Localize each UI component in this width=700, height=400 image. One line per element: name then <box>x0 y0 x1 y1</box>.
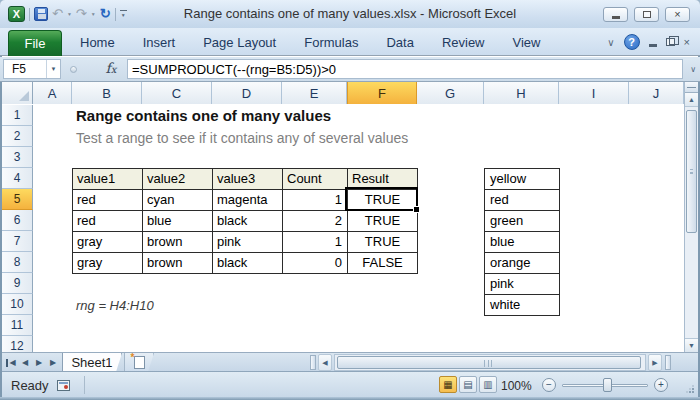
zoom-in-button[interactable]: + <box>654 378 668 392</box>
row-header-3[interactable]: 3 <box>2 147 33 168</box>
column-header-a[interactable]: A <box>33 82 72 104</box>
table-header-value1[interactable]: value1 <box>73 169 143 190</box>
resize-grip[interactable] <box>685 384 694 393</box>
row-header-9[interactable]: 9 <box>2 273 33 294</box>
table-cell[interactable]: cyan <box>143 190 213 211</box>
row-header-6[interactable]: 6 <box>2 210 33 231</box>
worksheet-title-cell[interactable]: Range contains one of many values <box>76 106 331 126</box>
table-cell[interactable]: gray <box>73 232 143 253</box>
tab-view[interactable]: View <box>499 28 555 56</box>
tab-home[interactable]: Home <box>66 28 129 56</box>
close-button[interactable]: × <box>665 7 690 22</box>
row-header-10[interactable]: 10 <box>2 294 33 315</box>
column-header-b[interactable]: B <box>72 82 142 104</box>
worksheet-subtitle-cell[interactable]: Test a range to see if it contains any o… <box>76 128 408 148</box>
workbook-minimize-icon[interactable] <box>649 44 657 47</box>
vertical-scrollbar-thumb[interactable] <box>686 110 697 233</box>
table-cell[interactable]: pink <box>213 232 283 253</box>
table-cell[interactable]: TRUE <box>348 232 418 253</box>
scroll-down-button[interactable]: ▼ <box>685 338 698 352</box>
horizontal-split-handle[interactable] <box>665 355 671 370</box>
column-header-f[interactable]: F <box>347 82 417 104</box>
insert-function-button[interactable]: fx <box>98 60 124 78</box>
tab-split-handle[interactable] <box>310 355 316 370</box>
table-cell[interactable]: brown <box>143 232 213 253</box>
table-cell[interactable]: TRUE <box>348 211 418 232</box>
workbook-close-icon[interactable]: × <box>684 36 690 48</box>
column-header-j[interactable]: J <box>629 82 684 104</box>
minimize-ribbon-icon[interactable]: ∨ <box>607 37 614 48</box>
list-item[interactable]: white <box>485 295 560 316</box>
table-cell[interactable]: 2 <box>283 211 348 232</box>
list-item[interactable]: blue <box>485 232 560 253</box>
formula-input[interactable]: =SUMPRODUCT(--(rng=B5:D5))>0 <box>127 59 683 79</box>
redo-dropdown-icon[interactable]: ▼ <box>91 11 96 17</box>
grid[interactable]: 1 2 3 4 5 6 7 8 9 10 11 12 Range contain… <box>2 105 684 352</box>
page-layout-view-button[interactable]: ▤ <box>459 376 477 393</box>
tab-file[interactable]: File <box>8 30 62 56</box>
undo-dropdown-icon[interactable]: ▼ <box>67 11 72 17</box>
page-break-view-button[interactable]: ▥ <box>479 376 497 393</box>
row-header-4[interactable]: 4 <box>2 168 33 189</box>
tab-insert[interactable]: Insert <box>129 28 190 56</box>
select-all-button[interactable] <box>2 82 33 104</box>
list-item[interactable]: red <box>485 190 560 211</box>
row-header-5[interactable]: 5 <box>2 189 33 210</box>
row-header-7[interactable]: 7 <box>2 231 33 252</box>
help-icon[interactable]: ? <box>624 34 640 50</box>
sheet-tab-sheet1[interactable]: Sheet1 <box>62 353 122 372</box>
table-header-value2[interactable]: value2 <box>143 169 213 190</box>
scroll-up-button[interactable]: ▲ <box>685 93 698 107</box>
scroll-left-button[interactable]: ◀ <box>318 354 332 371</box>
list-item[interactable]: yellow <box>485 169 560 190</box>
table-cell[interactable]: brown <box>143 253 213 274</box>
redo-icon[interactable]: ↷ <box>76 7 87 21</box>
customize-quick-access-button[interactable]: ▼ <box>120 10 127 18</box>
macro-record-button[interactable] <box>52 376 74 394</box>
table-cell[interactable]: red <box>73 211 143 232</box>
tab-formulas[interactable]: Formulas <box>290 28 372 56</box>
horizontal-scrollbar-thumb[interactable] <box>337 356 641 369</box>
workbook-restore-icon[interactable] <box>666 38 675 46</box>
vertical-scrollbar[interactable]: ▲ ▼ <box>684 82 698 352</box>
zoom-out-button[interactable]: − <box>542 378 556 392</box>
table-cell[interactable]: magenta <box>213 190 283 211</box>
row-header-1[interactable]: 1 <box>2 105 33 126</box>
excel-logo-icon[interactable]: X <box>8 6 25 22</box>
table-cell[interactable]: blue <box>143 211 213 232</box>
first-sheet-button[interactable]: ◀ <box>4 353 18 372</box>
insert-worksheet-button[interactable]: * <box>124 353 154 372</box>
table-cell[interactable]: 1 <box>283 190 348 211</box>
tab-page-layout[interactable]: Page Layout <box>189 28 290 56</box>
table-cell[interactable]: black <box>213 211 283 232</box>
name-box-dropdown-icon[interactable]: ▼ <box>46 60 60 78</box>
table-cell[interactable]: FALSE <box>348 253 418 274</box>
minimize-button[interactable] <box>603 7 628 22</box>
table-header-value3[interactable]: value3 <box>213 169 283 190</box>
row-header-2[interactable]: 2 <box>2 126 33 147</box>
last-sheet-button[interactable]: ▶ <box>46 353 60 372</box>
table-cell[interactable]: black <box>213 253 283 274</box>
table-cell[interactable]: red <box>73 190 143 211</box>
previous-sheet-button[interactable]: ◀ <box>18 353 32 372</box>
repeat-icon[interactable]: ↻ <box>100 7 111 21</box>
table-cell[interactable]: gray <box>73 253 143 274</box>
table-cell[interactable]: 1 <box>283 232 348 253</box>
column-header-c[interactable]: C <box>142 82 212 104</box>
row-header-8[interactable]: 8 <box>2 252 33 273</box>
tab-review[interactable]: Review <box>428 28 499 56</box>
scroll-right-button[interactable]: ▶ <box>648 354 662 371</box>
list-item[interactable]: orange <box>485 253 560 274</box>
horizontal-scrollbar[interactable] <box>334 354 646 371</box>
table-cell[interactable]: 0 <box>283 253 348 274</box>
save-icon[interactable] <box>34 7 48 21</box>
row-header-12[interactable]: 12 <box>2 336 33 352</box>
undo-icon[interactable]: ↶ <box>52 7 63 21</box>
zoom-slider-thumb[interactable] <box>603 378 612 392</box>
vertical-split-handle[interactable] <box>685 82 698 93</box>
table-header-count[interactable]: Count <box>283 169 348 190</box>
expand-formula-bar-icon[interactable]: ∨ <box>690 65 696 74</box>
name-box[interactable]: F5 ▼ <box>3 59 61 79</box>
column-header-d[interactable]: D <box>212 82 282 104</box>
tab-data[interactable]: Data <box>372 28 427 56</box>
